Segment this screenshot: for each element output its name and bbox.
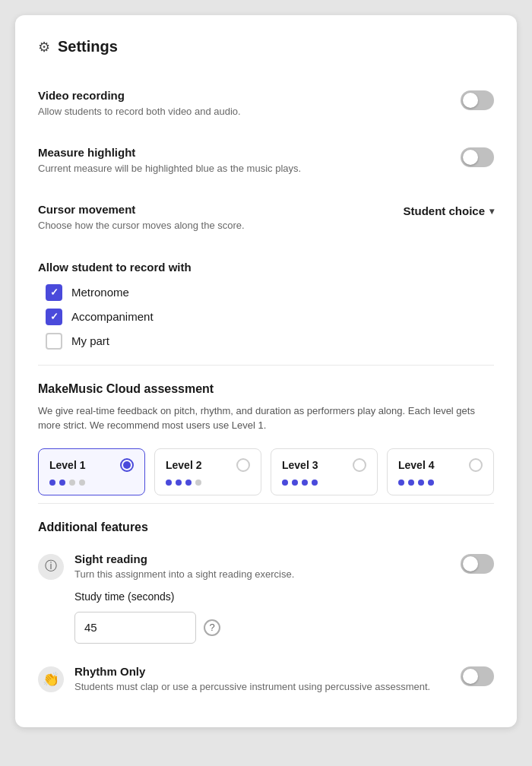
measure-highlight-toggle[interactable]: [461, 147, 494, 167]
measure-highlight-text: Measure highlight Current measure will b…: [38, 146, 461, 176]
cursor-movement-label: Cursor movement: [38, 203, 388, 216]
video-recording-toggle[interactable]: [461, 90, 494, 110]
rhythm-only-desc: Students must clap or use a percussive i…: [74, 680, 439, 694]
rhythm-only-row: 👏 Rhythm Only Students must clap or use …: [38, 654, 494, 704]
video-recording-desc: Allow students to record both video and …: [38, 105, 445, 119]
assessment-title: MakeMusic Cloud assessment: [38, 382, 494, 396]
record-with-list: Metronome Accompaniment My part: [38, 284, 494, 350]
level-4-dots: [398, 480, 483, 486]
additional-features-title: Additional features: [38, 521, 494, 534]
additional-features-section: Additional features ⓘ Sight reading Turn…: [38, 521, 494, 704]
level-4-name: Level 4: [398, 459, 434, 471]
level-3-name: Level 3: [282, 459, 318, 471]
settings-header: ⚙ Settings: [38, 38, 494, 55]
mypart-label: My part: [71, 334, 109, 347]
level-4-card[interactable]: Level 4: [387, 448, 494, 495]
mypart-item[interactable]: My part: [46, 333, 494, 350]
level-3-top: Level 3: [282, 458, 366, 472]
assessment-desc: We give real-time feedback on pitch, rhy…: [38, 404, 494, 433]
dot: [59, 480, 65, 486]
measure-highlight-row: Measure highlight Current measure will b…: [38, 132, 494, 189]
level-2-top: Level 2: [166, 458, 250, 472]
level-cards: Level 1 Level 2: [38, 448, 494, 495]
level-4-top: Level 4: [398, 458, 483, 472]
measure-highlight-slider: [461, 147, 494, 167]
study-time-input[interactable]: [74, 612, 196, 644]
metronome-item[interactable]: Metronome: [46, 284, 494, 301]
dot: [408, 480, 414, 486]
chevron-down-icon: ▾: [489, 206, 494, 217]
level-1-radio: [120, 458, 134, 472]
dot: [195, 480, 201, 486]
divider-1: [38, 365, 494, 366]
metronome-label: Metronome: [71, 286, 129, 299]
sight-reading-icon: ⓘ: [38, 554, 64, 580]
cursor-movement-dropdown[interactable]: Student choice ▾: [403, 204, 494, 217]
study-time-label: Study time (seconds): [74, 590, 439, 603]
rhythm-only-label: Rhythm Only: [74, 665, 439, 678]
measure-highlight-label: Measure highlight: [38, 146, 445, 159]
accompaniment-label: Accompaniment: [71, 310, 154, 323]
dot: [69, 480, 75, 486]
level-2-dots: [166, 480, 250, 486]
dot: [79, 480, 85, 486]
level-1-card[interactable]: Level 1: [38, 448, 145, 495]
level-3-radio: [353, 458, 366, 472]
measure-highlight-desc: Current measure will be highlighted blue…: [38, 162, 445, 176]
video-recording-text: Video recording Allow students to record…: [38, 89, 461, 119]
dot: [312, 480, 318, 486]
video-recording-slider: [461, 90, 494, 110]
sight-reading-toggle[interactable]: [461, 554, 494, 574]
level-3-card[interactable]: Level 3: [271, 448, 378, 495]
sight-reading-desc: Turn this assignment into a sight readin…: [74, 568, 439, 581]
dot: [428, 480, 434, 486]
rhythm-only-toggle[interactable]: [461, 666, 494, 686]
rhythm-only-slider: [461, 666, 494, 686]
study-time-container: Study time (seconds) ?: [74, 590, 439, 644]
metronome-checkbox[interactable]: [46, 284, 62, 301]
dot: [292, 480, 298, 486]
level-1-name: Level 1: [49, 459, 85, 471]
sight-reading-slider: [461, 554, 494, 574]
level-1-top: Level 1: [49, 458, 134, 472]
dot: [185, 480, 192, 486]
level-4-radio: [469, 458, 483, 472]
cursor-movement-value: Student choice: [403, 204, 485, 217]
assessment-section: MakeMusic Cloud assessment We give real-…: [38, 382, 494, 495]
dot: [398, 480, 404, 486]
accompaniment-item[interactable]: Accompaniment: [46, 309, 494, 325]
video-recording-row: Video recording Allow students to record…: [38, 75, 494, 132]
accompaniment-checkbox[interactable]: [46, 309, 62, 325]
level-3-dots: [282, 480, 366, 486]
dot: [49, 480, 55, 486]
level-1-dots: [49, 480, 134, 486]
dot: [282, 480, 288, 486]
sight-reading-content: Sight reading Turn this assignment into …: [74, 552, 439, 644]
settings-card: ⚙ Settings Video recording Allow student…: [15, 15, 517, 727]
level-2-card[interactable]: Level 2: [154, 448, 261, 495]
rhythm-only-icon: 👏: [38, 666, 64, 692]
record-with-section: Allow student to record with Metronome A…: [38, 247, 494, 357]
help-icon[interactable]: ?: [204, 619, 220, 636]
rhythm-only-content: Rhythm Only Students must clap or use a …: [74, 665, 439, 694]
settings-title: Settings: [58, 38, 118, 55]
divider-2: [38, 503, 494, 504]
level-2-name: Level 2: [166, 459, 201, 471]
gear-icon: ⚙: [38, 39, 50, 55]
dot: [166, 480, 172, 486]
sight-reading-label: Sight reading: [74, 552, 439, 565]
cursor-movement-text: Cursor movement Choose how the cursor mo…: [38, 203, 403, 233]
study-time-row: ?: [74, 612, 439, 644]
clap-icon: 👏: [43, 671, 59, 688]
cursor-movement-desc: Choose how the cursor moves along the sc…: [38, 219, 388, 233]
level-2-radio: [236, 458, 250, 472]
dot: [176, 480, 182, 486]
sight-reading-row: ⓘ Sight reading Turn this assignment int…: [38, 542, 494, 654]
dot: [418, 480, 424, 486]
cursor-movement-row: Cursor movement Choose how the cursor mo…: [38, 189, 494, 246]
video-recording-label: Video recording: [38, 89, 445, 102]
dot: [302, 480, 308, 486]
record-with-label: Allow student to record with: [38, 261, 494, 274]
mypart-checkbox[interactable]: [46, 333, 62, 350]
info-icon: ⓘ: [45, 559, 57, 574]
